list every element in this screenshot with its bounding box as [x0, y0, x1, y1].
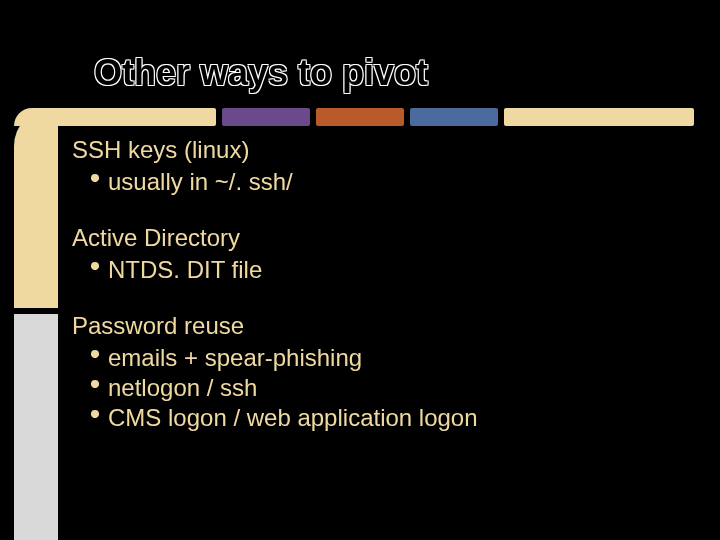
bullet-dot-icon: • [82, 403, 108, 425]
slide-title: Other ways to pivot [94, 52, 428, 94]
segment [316, 108, 404, 126]
section-heading: Active Directory [72, 223, 690, 253]
bullet-dot-icon: • [82, 167, 108, 189]
segment [222, 108, 310, 126]
segment [504, 108, 694, 126]
bullet-dot-icon: • [82, 255, 108, 277]
segment [410, 108, 498, 126]
bullet-dot-icon: • [82, 343, 108, 365]
section-heading: Password reuse [72, 311, 690, 341]
slide: Other ways to pivot SSH keys (linux)•usu… [0, 0, 720, 540]
bullet-line: •usually in ~/. ssh/ [82, 167, 690, 197]
bullet-text: netlogon / ssh [108, 373, 690, 403]
side-rail [14, 108, 58, 528]
section-heading: SSH keys (linux) [72, 135, 690, 165]
slide-body: SSH keys (linux)•usually in ~/. ssh/Acti… [72, 135, 690, 459]
section: Password reuse•emails + spear-phishing•n… [72, 311, 690, 433]
section: SSH keys (linux)•usually in ~/. ssh/ [72, 135, 690, 197]
bullet-line: •emails + spear-phishing [82, 343, 690, 373]
bullet-text: emails + spear-phishing [108, 343, 690, 373]
bullet-line: •NTDS. DIT file [82, 255, 690, 285]
bullet-line: •CMS logon / web application logon [82, 403, 690, 433]
bullet-line: •netlogon / ssh [82, 373, 690, 403]
bullet-dot-icon: • [82, 373, 108, 395]
section: Active Directory•NTDS. DIT file [72, 223, 690, 285]
bullet-text: usually in ~/. ssh/ [108, 167, 690, 197]
bullet-text: CMS logon / web application logon [108, 403, 690, 433]
segment-bar [58, 108, 694, 126]
segment [58, 108, 216, 126]
bullet-text: NTDS. DIT file [108, 255, 690, 285]
